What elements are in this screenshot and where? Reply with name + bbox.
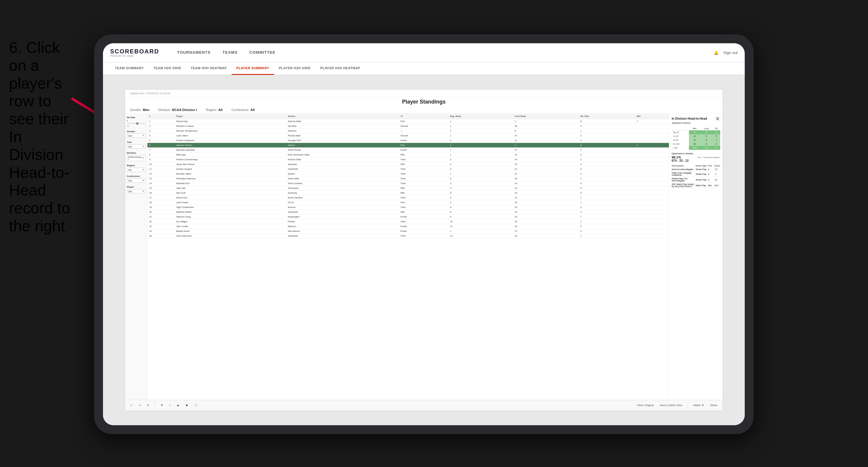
slider-handle[interactable]: [136, 122, 138, 125]
filter-no-rds-slider[interactable]: [127, 123, 145, 124]
filter-conference-dropdown[interactable]: (All) ▾: [127, 179, 145, 183]
cell-player: Taehoon Song: [174, 215, 286, 219]
toolbar-view-original[interactable]: View: Original: [635, 403, 655, 407]
cell-player: Mats Ege: [174, 153, 286, 157]
sub-nav-player-h2h-heatmap[interactable]: PLAYER H2H HEATMAP: [315, 62, 365, 75]
main-content: Update time: 27/03/2024 16:56:26 Player …: [103, 75, 745, 425]
table-row[interactable]: 22 Ian Gilligan Florida Third 10 24 1: [148, 219, 669, 224]
table-row[interactable]: 18 Luke Powell UCLA First 4 24 1: [148, 200, 669, 205]
h2h-close-button[interactable]: ✕: [715, 116, 720, 121]
filter-gender-section-title: Gender: [127, 130, 145, 133]
tournament-col-type: Event Type: [696, 165, 707, 167]
filter-gender: Gender: Men: [130, 108, 150, 112]
filter-year-dropdown[interactable]: (All) ▾: [127, 145, 145, 149]
filter-division-dropdown[interactable]: NCAA Division I ▾: [127, 155, 145, 161]
table-row[interactable]: 25 Cole Sherwood Vanderbilt Third 12 23 …: [148, 234, 669, 239]
cell-school: Vanderbilt: [286, 167, 399, 172]
sub-nav-player-h2h-grid[interactable]: PLAYER H2H GRID: [274, 62, 315, 75]
table-row[interactable]: 12 Brendan Valles Auburn Third 1 21 0: [148, 172, 669, 176]
table-row[interactable]: 8 Mats Ege East Tennessee State Fifth 1 …: [148, 153, 669, 157]
tournament-row: Amer Ari Intercollegiate Stroke Play 4 -…: [672, 168, 720, 171]
filter-gender-dropdown[interactable]: Men ▾: [127, 134, 145, 138]
chevron-down-icon-4: ▾: [143, 168, 144, 171]
filter-region-value: All: [218, 108, 222, 112]
filter-year-value: (All): [128, 146, 132, 148]
table-row[interactable]: 23 Jack Lundin Missouri Fourth 11 24 0: [148, 224, 669, 229]
table-row[interactable]: 11 Gordon Sargent Vanderbilt Third 4 21 …: [148, 167, 669, 172]
cell-player: Wenyi Ding: [174, 119, 286, 124]
cell-no-rds: 0: [579, 224, 635, 229]
table-row[interactable]: 13 Phichaksn Maichon Texas A&M Third 6 3…: [148, 176, 669, 181]
cell-no-rds: 0: [579, 162, 635, 167]
nav-items: TOURNAMENTS TEAMS COMMITTEE: [171, 43, 714, 62]
table-row[interactable]: 19 Tiger Christensen Arizona Third 8 23 …: [148, 205, 669, 210]
table-header-row: # Player School Yr Reg. Rank Conf Rank N…: [148, 114, 669, 119]
sub-nav-team-h2h-heatmap[interactable]: TEAM H2H HEATMAP: [186, 62, 231, 75]
toolbar-undo[interactable]: ↩: [129, 403, 135, 407]
tournament-row: SEC Match Play hosted by Jerry Pate Roun…: [672, 183, 720, 188]
cell-win: [635, 210, 669, 215]
sign-out-button[interactable]: Sign out: [723, 51, 738, 55]
table-row[interactable]: 16 Alex Goff Kentucky Fifth 8 19 0: [148, 191, 669, 195]
cell-win: [635, 176, 669, 181]
filter-player-dropdown[interactable]: (All) ▾: [127, 189, 145, 193]
cell-no-rds: 1: [579, 176, 635, 181]
cell-reg-rank: 4: [448, 195, 513, 200]
table-row[interactable]: 14 Maxwell Ford North Carolina Third 3 2…: [148, 181, 669, 186]
cell-player: Michael Thorbjornsen: [174, 129, 286, 133]
cell-reg-rank: 12: [448, 234, 513, 239]
table-row[interactable]: 24 Bastien Amat New Mexico Fourth 1 27 2: [148, 229, 669, 234]
tournament-name: Amer Ari Intercollegiate: [672, 168, 695, 170]
filter-region-dropdown[interactable]: N/A ▾: [127, 168, 145, 172]
toolbar-clock[interactable]: 🕐: [192, 403, 199, 407]
table-row[interactable]: 21 Taehoon Song Washington Fourth 6 23 1: [148, 215, 669, 219]
cell-yr: First: [399, 143, 448, 148]
nav-teams[interactable]: TEAMS: [216, 43, 244, 62]
toolbar-play[interactable]: ▶: [176, 403, 181, 407]
cell-rank: 23: [148, 224, 174, 229]
cell-rank: 22: [148, 219, 174, 224]
filter-player-title: Player: [127, 186, 145, 188]
table-row[interactable]: 15 Jake Hall Tennessee Fifth 3 24 0: [148, 186, 669, 191]
cell-win: [635, 172, 669, 176]
table-row[interactable]: 20 Matthew Riedel Vanderbilt Fifth 6 23 …: [148, 210, 669, 215]
nav-tournaments[interactable]: TOURNAMENTS: [171, 43, 216, 62]
table-row[interactable]: 1 Wenyi Ding Arizona State First 1 1 8 1: [148, 119, 669, 124]
toolbar-share[interactable]: Share: [708, 403, 719, 407]
table-row[interactable]: 10 Jacob Mac Gleese Arkansas Fifth 4 23 …: [148, 162, 669, 167]
cell-school: North Carolina: [286, 181, 399, 186]
table-row[interactable]: 7 Nicholas Gabrelcik North Florida Fourt…: [148, 148, 669, 153]
tournament-col-score: Score: [715, 165, 720, 167]
toolbar-redo[interactable]: ↪: [137, 403, 143, 407]
cell-conf-rank: 23: [513, 210, 579, 215]
nav-committee[interactable]: COMMITTEE: [244, 43, 281, 62]
table-row[interactable]: 3 Michael Thorbjornsen Stanford — 2 8 1: [148, 129, 669, 133]
cell-reg-rank: 11: [448, 224, 513, 229]
cell-school: Arizona State: [286, 157, 399, 162]
table-row[interactable]: 9 Preston Summerhays Arizona State Third…: [148, 157, 669, 162]
toolbar-record[interactable]: ⏺: [184, 403, 190, 407]
cell-school: Florida: [286, 219, 399, 224]
table-row[interactable]: 6 Jackson Koivun Auburn First 1 1 0 1: [148, 143, 669, 148]
table-row[interactable]: 17 David Ford North Carolina Third 4 21 …: [148, 195, 669, 200]
col-school: School: [286, 114, 399, 119]
h2h-loss: 4: [701, 138, 712, 142]
h2h-record: 674 - 33 - 12: [672, 159, 720, 162]
filter-conference-label: Conference:: [231, 108, 249, 112]
sub-nav-team-h2h-grid[interactable]: TEAM H2H GRID: [149, 62, 186, 75]
table-row[interactable]: 2 Michael La Sasso Ole Miss Second 1 18 …: [148, 124, 669, 129]
cell-yr: Fourth: [399, 148, 448, 153]
toolbar-refresh[interactable]: ⟳: [145, 403, 151, 407]
sub-nav-player-summary[interactable]: PLAYER SUMMARY: [231, 62, 274, 75]
toolbar-save-custom[interactable]: Save Custom View: [658, 403, 684, 407]
col-conf-rank: Conf Rank: [513, 114, 579, 119]
col-reg-rank: Reg. Rank: [448, 114, 513, 119]
sub-nav-team-summary[interactable]: TEAM SUMMARY: [110, 62, 149, 75]
toolbar-settings[interactable]: ⚙: [159, 403, 165, 407]
table-row[interactable]: 4 Luke Claton Florida State Second 1 27 …: [148, 133, 669, 138]
toolbar-watch[interactable]: Watch ▼: [691, 403, 706, 407]
cell-rank: 15: [148, 186, 174, 191]
table-row[interactable]: 5 Christo Lamprecht Georgia Tech Fourth …: [148, 138, 669, 143]
toolbar-check[interactable]: ✓: [167, 403, 173, 407]
cell-rank: 16: [148, 191, 174, 195]
